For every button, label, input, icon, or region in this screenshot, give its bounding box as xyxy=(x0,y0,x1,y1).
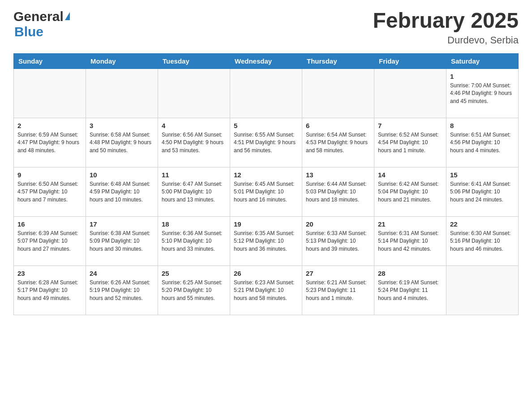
calendar-day-cell: 10Sunrise: 6:48 AM Sunset: 4:59 PM Dayli… xyxy=(86,167,158,216)
day-info: Sunrise: 6:44 AM Sunset: 5:03 PM Dayligh… xyxy=(306,180,370,204)
calendar-day-cell: 14Sunrise: 6:42 AM Sunset: 5:04 PM Dayli… xyxy=(374,167,446,216)
calendar-day-cell xyxy=(446,265,519,315)
col-tuesday: Tuesday xyxy=(158,53,230,68)
day-info: Sunrise: 6:36 AM Sunset: 5:10 PM Dayligh… xyxy=(162,230,226,253)
day-number: 6 xyxy=(306,121,370,130)
day-number: 4 xyxy=(162,121,226,130)
month-title: February 2025 xyxy=(373,9,519,33)
logo-arrow-icon xyxy=(65,12,70,20)
day-info: Sunrise: 6:35 AM Sunset: 5:12 PM Dayligh… xyxy=(234,230,298,253)
day-info: Sunrise: 6:52 AM Sunset: 4:54 PM Dayligh… xyxy=(378,131,442,154)
col-friday: Friday xyxy=(374,53,446,68)
logo-blue-text: Blue xyxy=(13,24,43,39)
calendar-week-row: 2Sunrise: 6:59 AM Sunset: 4:47 PM Daylig… xyxy=(14,118,519,167)
calendar-day-cell: 25Sunrise: 6:25 AM Sunset: 5:20 PM Dayli… xyxy=(158,265,230,315)
day-number: 26 xyxy=(234,269,298,278)
calendar-day-cell: 13Sunrise: 6:44 AM Sunset: 5:03 PM Dayli… xyxy=(302,167,374,216)
calendar-day-cell: 4Sunrise: 6:56 AM Sunset: 4:50 PM Daylig… xyxy=(158,118,230,167)
day-number: 27 xyxy=(306,269,370,278)
calendar-day-cell: 18Sunrise: 6:36 AM Sunset: 5:10 PM Dayli… xyxy=(158,216,230,265)
day-number: 13 xyxy=(306,170,370,180)
day-info: Sunrise: 6:45 AM Sunset: 5:01 PM Dayligh… xyxy=(234,180,298,204)
col-thursday: Thursday xyxy=(302,53,374,68)
day-info: Sunrise: 6:31 AM Sunset: 5:14 PM Dayligh… xyxy=(378,230,442,253)
day-info: Sunrise: 6:19 AM Sunset: 5:24 PM Dayligh… xyxy=(378,279,442,302)
day-number: 21 xyxy=(378,219,442,229)
calendar-day-cell: 1Sunrise: 7:00 AM Sunset: 4:46 PM Daylig… xyxy=(446,68,519,118)
calendar-week-row: 16Sunrise: 6:39 AM Sunset: 5:07 PM Dayli… xyxy=(14,216,519,265)
calendar-day-cell: 23Sunrise: 6:28 AM Sunset: 5:17 PM Dayli… xyxy=(14,265,86,315)
calendar-day-cell xyxy=(374,68,446,118)
day-info: Sunrise: 7:00 AM Sunset: 4:46 PM Dayligh… xyxy=(450,82,515,105)
calendar-day-cell: 16Sunrise: 6:39 AM Sunset: 5:07 PM Dayli… xyxy=(14,216,86,265)
day-number: 23 xyxy=(17,269,82,278)
day-number: 24 xyxy=(90,269,154,278)
calendar-day-cell: 27Sunrise: 6:21 AM Sunset: 5:23 PM Dayli… xyxy=(302,265,374,315)
calendar-header-row: Sunday Monday Tuesday Wednesday Thursday… xyxy=(14,53,519,68)
page-header: General Blue February 2025 Durdevo, Serb… xyxy=(13,9,519,46)
day-info: Sunrise: 6:54 AM Sunset: 4:53 PM Dayligh… xyxy=(306,131,370,154)
day-number: 9 xyxy=(17,170,82,180)
calendar-week-row: 1Sunrise: 7:00 AM Sunset: 4:46 PM Daylig… xyxy=(14,68,519,118)
calendar-table: Sunday Monday Tuesday Wednesday Thursday… xyxy=(13,53,519,315)
calendar-week-row: 9Sunrise: 6:50 AM Sunset: 4:57 PM Daylig… xyxy=(14,167,519,216)
day-info: Sunrise: 6:42 AM Sunset: 5:04 PM Dayligh… xyxy=(378,180,442,204)
day-info: Sunrise: 6:30 AM Sunset: 5:16 PM Dayligh… xyxy=(450,230,515,253)
location-title: Durdevo, Serbia xyxy=(373,34,519,46)
calendar-day-cell: 19Sunrise: 6:35 AM Sunset: 5:12 PM Dayli… xyxy=(230,216,302,265)
day-number: 3 xyxy=(90,121,154,130)
day-number: 2 xyxy=(17,121,82,130)
day-number: 20 xyxy=(306,219,370,229)
calendar-day-cell: 26Sunrise: 6:23 AM Sunset: 5:21 PM Dayli… xyxy=(230,265,302,315)
day-info: Sunrise: 6:50 AM Sunset: 4:57 PM Dayligh… xyxy=(17,180,82,204)
day-info: Sunrise: 6:33 AM Sunset: 5:13 PM Dayligh… xyxy=(306,230,370,253)
calendar-week-row: 23Sunrise: 6:28 AM Sunset: 5:17 PM Dayli… xyxy=(14,265,519,315)
calendar-day-cell: 9Sunrise: 6:50 AM Sunset: 4:57 PM Daylig… xyxy=(14,167,86,216)
day-info: Sunrise: 6:59 AM Sunset: 4:47 PM Dayligh… xyxy=(17,131,82,154)
col-wednesday: Wednesday xyxy=(230,53,302,68)
day-number: 1 xyxy=(450,72,515,81)
day-info: Sunrise: 6:58 AM Sunset: 4:48 PM Dayligh… xyxy=(90,131,154,154)
col-saturday: Saturday xyxy=(446,53,519,68)
calendar-day-cell: 7Sunrise: 6:52 AM Sunset: 4:54 PM Daylig… xyxy=(374,118,446,167)
day-info: Sunrise: 6:39 AM Sunset: 5:07 PM Dayligh… xyxy=(17,230,82,253)
day-number: 5 xyxy=(234,121,298,130)
calendar-day-cell: 28Sunrise: 6:19 AM Sunset: 5:24 PM Dayli… xyxy=(374,265,446,315)
calendar-day-cell: 21Sunrise: 6:31 AM Sunset: 5:14 PM Dayli… xyxy=(374,216,446,265)
day-number: 12 xyxy=(234,170,298,180)
day-number: 8 xyxy=(450,121,515,130)
day-info: Sunrise: 6:47 AM Sunset: 5:00 PM Dayligh… xyxy=(162,180,226,204)
day-number: 10 xyxy=(90,170,154,180)
day-info: Sunrise: 6:21 AM Sunset: 5:23 PM Dayligh… xyxy=(306,279,370,302)
logo: General Blue xyxy=(13,9,70,39)
calendar-day-cell: 24Sunrise: 6:26 AM Sunset: 5:19 PM Dayli… xyxy=(86,265,158,315)
day-number: 15 xyxy=(450,170,515,180)
day-number: 14 xyxy=(378,170,442,180)
calendar-day-cell: 8Sunrise: 6:51 AM Sunset: 4:56 PM Daylig… xyxy=(446,118,519,167)
day-info: Sunrise: 6:41 AM Sunset: 5:06 PM Dayligh… xyxy=(450,180,515,204)
title-block: February 2025 Durdevo, Serbia xyxy=(373,9,519,46)
day-info: Sunrise: 6:23 AM Sunset: 5:21 PM Dayligh… xyxy=(234,279,298,302)
day-number: 17 xyxy=(90,219,154,229)
calendar-day-cell: 5Sunrise: 6:55 AM Sunset: 4:51 PM Daylig… xyxy=(230,118,302,167)
calendar-day-cell xyxy=(302,68,374,118)
day-number: 19 xyxy=(234,219,298,229)
logo-general-text: General xyxy=(13,9,64,24)
calendar-day-cell xyxy=(14,68,86,118)
day-info: Sunrise: 6:26 AM Sunset: 5:19 PM Dayligh… xyxy=(90,279,154,302)
calendar-day-cell xyxy=(230,68,302,118)
day-info: Sunrise: 6:28 AM Sunset: 5:17 PM Dayligh… xyxy=(17,279,82,302)
day-info: Sunrise: 6:38 AM Sunset: 5:09 PM Dayligh… xyxy=(90,230,154,253)
calendar-day-cell: 15Sunrise: 6:41 AM Sunset: 5:06 PM Dayli… xyxy=(446,167,519,216)
day-number: 7 xyxy=(378,121,442,130)
calendar-day-cell: 20Sunrise: 6:33 AM Sunset: 5:13 PM Dayli… xyxy=(302,216,374,265)
calendar-day-cell: 17Sunrise: 6:38 AM Sunset: 5:09 PM Dayli… xyxy=(86,216,158,265)
day-info: Sunrise: 6:25 AM Sunset: 5:20 PM Dayligh… xyxy=(162,279,226,302)
day-number: 11 xyxy=(162,170,226,180)
day-number: 28 xyxy=(378,269,442,278)
day-number: 18 xyxy=(162,219,226,229)
calendar-day-cell: 11Sunrise: 6:47 AM Sunset: 5:00 PM Dayli… xyxy=(158,167,230,216)
day-number: 16 xyxy=(17,219,82,229)
col-monday: Monday xyxy=(86,53,158,68)
day-info: Sunrise: 6:56 AM Sunset: 4:50 PM Dayligh… xyxy=(162,131,226,154)
